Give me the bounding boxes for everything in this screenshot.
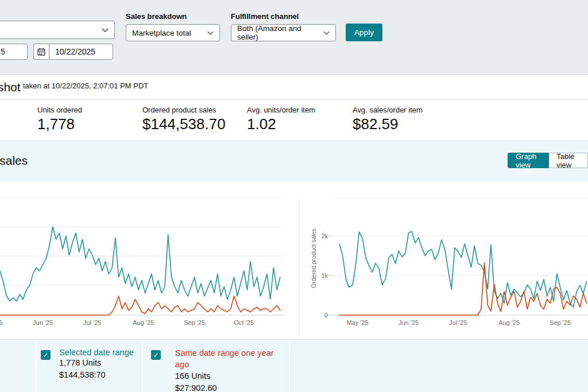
fulfillment-channel-label: Fulfillment channel — [231, 12, 299, 21]
snapshot-timestamp: taken at 10/22/2025, 2:07:01 PM PDT — [23, 81, 148, 90]
stat-value: 1.02 — [247, 115, 315, 133]
legend-label: Same date range one year ago — [175, 348, 277, 370]
selected-range-checkbox[interactable] — [41, 350, 51, 360]
fulfillment-channel-value: Both (Amazon and seller) — [237, 24, 323, 41]
ordered-product-sales-chart: 01k2kMay '25Jun '25Jul '25Aug '25Sep '25 — [313, 198, 588, 339]
fulfillment-channel-select[interactable]: Both (Amazon and seller) — [231, 24, 336, 41]
legend-separator — [36, 340, 37, 392]
svg-text:1k: 1k — [321, 272, 328, 279]
compare-sales-title: Compare sales — [0, 154, 28, 168]
legend-separator — [142, 340, 143, 392]
stat-label: Avg. units/order item — [247, 106, 315, 114]
stat-avg-units-order-item: Avg. units/order item 1.02 — [247, 106, 315, 133]
svg-text:Jul '25: Jul '25 — [449, 319, 467, 326]
end-date-value: 10/22/2025 — [55, 47, 95, 56]
stat-value: $144,538.70 — [142, 115, 226, 133]
stat-label: Avg. sales/order item — [353, 106, 423, 114]
svg-text:May '25: May '25 — [346, 319, 368, 326]
units-ordered-chart: May '25Jun '25Jul '25Aug '25Sep '25Oct '… — [0, 197, 299, 339]
end-date-input[interactable]: 10/22/2025 — [49, 44, 113, 60]
svg-text:Jun '25: Jun '25 — [33, 319, 53, 326]
chevron-down-icon — [207, 31, 214, 35]
table-view-button[interactable]: Table view — [549, 153, 588, 168]
svg-text:Sep '25: Sep '25 — [184, 319, 205, 326]
sales-breakdown-value: Marketplace total — [132, 29, 191, 37]
svg-text:Jun '25: Jun '25 — [399, 319, 419, 326]
graph-view-button[interactable]: Graph view — [508, 153, 549, 168]
apply-button[interactable]: Apply — [346, 24, 382, 41]
chevron-down-icon — [102, 28, 109, 32]
svg-text:May '25: May '25 — [0, 319, 3, 326]
svg-text:Jul '25: Jul '25 — [83, 319, 101, 326]
end-date-group: 10/22/2025 — [33, 44, 113, 60]
legend-separator — [289, 340, 290, 392]
stat-value: $82.59 — [353, 115, 423, 133]
stat-units-ordered: Units ordered 1,778 — [37, 106, 82, 133]
stat-ordered-product-sales: Ordered product sales $144,538.70 — [142, 106, 226, 133]
stat-label: Ordered product sales — [142, 106, 226, 114]
year-ago-checkbox[interactable] — [151, 350, 161, 360]
svg-text:Sep '25: Sep '25 — [550, 319, 571, 326]
legend-item-year-ago: Same date range one year ago 166 Units $… — [175, 348, 277, 392]
legend-item-selected-range: Selected date range 1,778 Units $144,538… — [59, 348, 134, 381]
chevron-down-icon — [323, 31, 330, 35]
svg-text:Oct '25: Oct '25 — [234, 319, 254, 326]
legend-sales: $144,538:70 — [59, 369, 134, 381]
svg-text:0: 0 — [324, 312, 328, 319]
legend-label: Selected date range — [59, 348, 134, 357]
stat-value: 1,778 — [37, 115, 82, 133]
start-date-value: 5 — [1, 47, 5, 56]
view-toggle: Graph view Table view — [508, 153, 588, 168]
legend-units: 1,778 Units — [59, 357, 134, 369]
stat-avg-sales-order-item: Avg. sales/order item $82.59 — [353, 106, 423, 133]
compare-sales-header — [0, 141, 588, 182]
date-range-select[interactable] — [0, 21, 115, 39]
sales-breakdown-label: Sales breakdown — [126, 12, 187, 21]
svg-text:Aug '25: Aug '25 — [498, 319, 520, 326]
sales-snapshot-title: Sales snapshot — [0, 80, 21, 94]
calendar-icon[interactable] — [33, 44, 49, 60]
sales-breakdown-select[interactable]: Marketplace total — [126, 24, 220, 41]
legend-sales: $27:902.60 — [175, 382, 277, 392]
svg-text:Aug '25: Aug '25 — [133, 319, 154, 326]
stat-label: Units ordered — [37, 106, 82, 114]
start-date-input[interactable]: 5 — [0, 44, 28, 60]
svg-text:2k: 2k — [321, 232, 328, 239]
legend-units: 166 Units — [175, 370, 277, 382]
chart-divider — [299, 198, 299, 339]
